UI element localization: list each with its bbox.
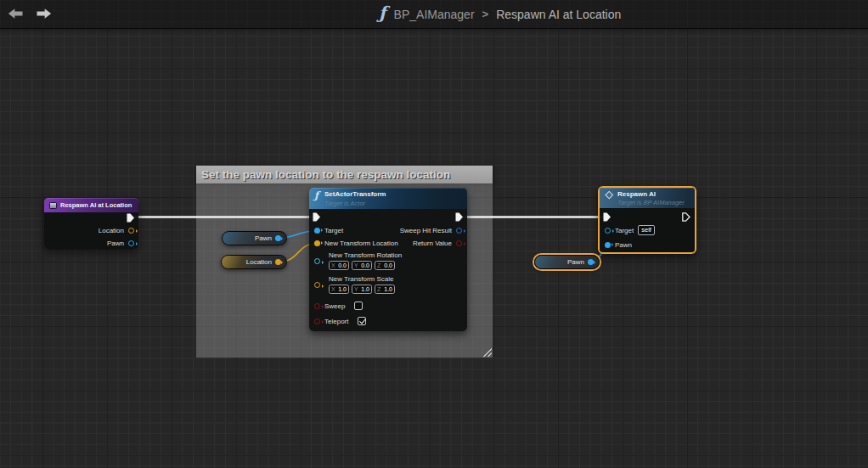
function-icon: ƒ xyxy=(314,189,318,201)
sweep-hit-result-pin[interactable] xyxy=(456,228,462,234)
pin-row-sweep-hit-result[interactable]: Sweep Hit Result xyxy=(400,226,462,234)
function-call-icon xyxy=(606,191,613,199)
pin-label: New Transform Scale xyxy=(329,275,395,283)
node-subtitle: Target is Actor xyxy=(324,200,365,207)
node-title: Respawn AI xyxy=(617,190,656,198)
teleport-checkbox[interactable] xyxy=(358,317,366,325)
sweep-pin[interactable] xyxy=(314,303,320,309)
pin-row-target[interactable]: Target xyxy=(314,226,343,234)
exec-out-pin[interactable] xyxy=(455,212,464,222)
new-transform-rotation-group: New Transform Rotation X0.0 Y0.0 Z0.0 xyxy=(329,251,402,270)
exec-in-pin[interactable] xyxy=(313,212,321,222)
event-node-icon xyxy=(49,202,57,209)
location-out-pin[interactable] xyxy=(275,259,281,265)
rotation-z-field[interactable]: Z0.0 xyxy=(375,261,395,270)
breadcrumb-blueprint[interactable]: BP_AIManager xyxy=(394,8,475,21)
return-value-pin[interactable] xyxy=(456,240,462,246)
variable-label: Pawn xyxy=(567,258,584,266)
scale-z-field[interactable]: Z1.0 xyxy=(375,285,395,294)
scale-y-field[interactable]: Y1.0 xyxy=(352,285,372,294)
pin-label: Return Value xyxy=(413,240,452,247)
pin-label: Target xyxy=(615,227,634,234)
exec-out-pin[interactable] xyxy=(127,213,135,223)
new-transform-location-pin[interactable] xyxy=(314,240,320,246)
variable-label: Pawn xyxy=(255,234,272,242)
pin-row-new-transform-location[interactable]: New Transform Location xyxy=(314,239,398,247)
pin-row-target[interactable]: Target self xyxy=(605,226,655,234)
target-pin[interactable] xyxy=(314,228,320,234)
node-title: SetActorTransform xyxy=(324,190,386,198)
node-title: Respawn AI at Location xyxy=(60,201,132,209)
pin-label: Sweep xyxy=(324,302,345,310)
pin-row-location[interactable]: Location xyxy=(99,226,134,234)
function-icon: ƒ xyxy=(379,3,386,23)
new-transform-scale-pin[interactable] xyxy=(314,282,320,288)
rotation-y-field[interactable]: Y0.0 xyxy=(352,261,372,270)
chevron-right-icon: > xyxy=(482,8,489,20)
pawn-out-pin[interactable] xyxy=(275,235,281,241)
pin-label: New Transform Location xyxy=(324,240,398,247)
pin-label: Sweep Hit Result xyxy=(400,227,452,234)
pin-label: Pawn xyxy=(107,240,124,247)
node-subtitle: Target is BP AIManager xyxy=(617,199,685,206)
blueprint-editor: ƒ BP_AIManager > Respawn AI at Location … xyxy=(0,0,868,468)
node-respawn-ai-at-location[interactable]: Respawn AI at Location Location Pawn xyxy=(44,198,138,249)
pin-row-return-value[interactable]: Return Value xyxy=(413,239,462,247)
node-respawn-ai[interactable]: Respawn AI Target is BP AIManager Target… xyxy=(598,186,696,254)
scale-x-field[interactable]: X1.0 xyxy=(329,285,349,294)
comment-title[interactable]: Set the pawn location to the respawn loc… xyxy=(196,166,493,183)
exec-in-pin[interactable] xyxy=(603,212,612,222)
pawn-out-pin[interactable] xyxy=(588,259,594,265)
forward-arrow-button[interactable] xyxy=(35,6,52,21)
rotation-x-field[interactable]: X0.0 xyxy=(329,261,349,270)
variable-label: Location xyxy=(246,258,272,266)
pin-row-teleport[interactable]: Teleport xyxy=(314,317,366,325)
node-header[interactable]: ƒ SetActorTransform Target is Actor xyxy=(309,188,467,209)
new-transform-rotation-pin[interactable] xyxy=(314,258,320,264)
pin-row-sweep[interactable]: Sweep xyxy=(314,302,363,310)
new-transform-scale-group: New Transform Scale X1.0 Y1.0 Z1.0 xyxy=(329,275,395,294)
self-value-box[interactable]: self xyxy=(638,225,655,235)
pin-label: Target xyxy=(324,227,343,234)
target-pin[interactable] xyxy=(605,228,611,234)
location-pin[interactable] xyxy=(128,228,134,234)
variable-get-pawn[interactable]: Pawn xyxy=(222,231,287,245)
sweep-checkbox[interactable] xyxy=(354,302,363,310)
exec-out-pin[interactable] xyxy=(682,212,690,222)
back-arrow-button[interactable] xyxy=(8,6,25,21)
pin-label: New Transform Rotation xyxy=(329,251,402,259)
pin-label: Teleport xyxy=(324,318,348,325)
pawn-pin[interactable] xyxy=(128,240,134,246)
pin-row-pawn[interactable]: Pawn xyxy=(605,240,632,249)
teleport-pin[interactable] xyxy=(314,319,320,324)
pin-label: Location xyxy=(99,227,124,234)
variable-get-location[interactable]: Location xyxy=(221,255,287,269)
breadcrumb-function[interactable]: Respawn AI at Location xyxy=(496,8,621,21)
node-set-actor-transform[interactable]: ƒ SetActorTransform Target is Actor Targ… xyxy=(309,188,467,331)
pin-row-pawn[interactable]: Pawn xyxy=(107,239,134,247)
node-header[interactable]: Respawn AI at Location xyxy=(44,198,138,212)
toolbar: ƒ BP_AIManager > Respawn AI at Location xyxy=(0,0,868,29)
pawn-pin[interactable] xyxy=(605,242,611,248)
variable-get-pawn-selected[interactable]: Pawn xyxy=(534,255,600,269)
node-header[interactable]: Respawn AI Target is BP AIManager xyxy=(600,188,695,208)
pin-label: Pawn xyxy=(615,241,632,249)
breadcrumb: ƒ BP_AIManager > Respawn AI at Location xyxy=(379,0,621,28)
